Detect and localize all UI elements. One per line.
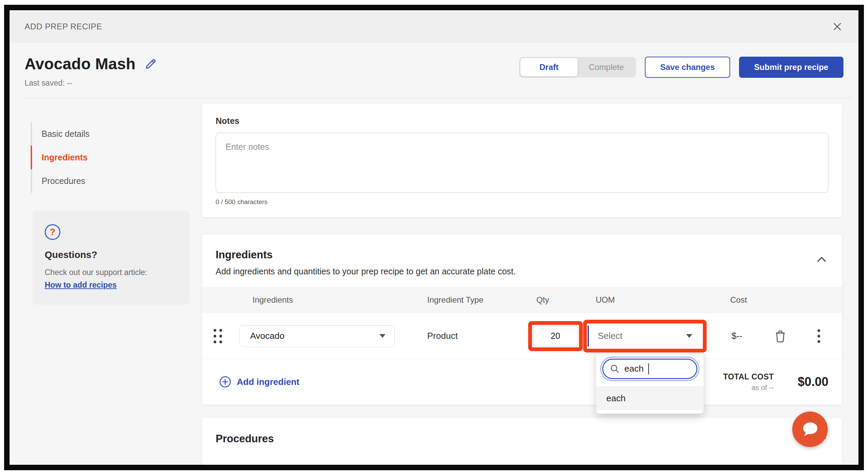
column-header-uom: UOM	[588, 295, 727, 305]
ingredients-card-footer: Add ingredient TOTAL COST as of -- $0.00	[202, 359, 842, 405]
collapse-section-button[interactable]	[816, 256, 827, 264]
row-cost-value: $--	[727, 331, 765, 341]
help-article-link[interactable]: How to add recipes	[45, 280, 117, 290]
notes-input[interactable]	[216, 133, 828, 193]
total-cost-block: TOTAL COST as of -- $0.00	[723, 372, 828, 392]
trash-icon	[774, 329, 786, 343]
help-title: Questions?	[45, 249, 177, 260]
recipe-title-block: Avocado Mash Last saved: --	[25, 55, 157, 88]
chevron-up-icon	[816, 256, 827, 263]
notes-label: Notes	[216, 116, 828, 126]
question-circle-icon: ?	[45, 224, 60, 240]
help-card: ? Questions? Check out our support artic…	[32, 211, 189, 305]
sidebar: Basic details Ingredients Procedures ? Q…	[25, 98, 202, 465]
total-cost-amount: $0.00	[798, 375, 828, 389]
ingredient-select[interactable]: Avocado	[240, 325, 395, 347]
plus-circle-icon	[219, 376, 231, 388]
close-button[interactable]	[830, 19, 845, 34]
search-icon	[610, 364, 620, 374]
sidebar-item-procedures[interactable]: Procedures	[31, 169, 202, 193]
pencil-icon	[144, 57, 157, 71]
dropdown-footer	[596, 410, 704, 414]
content-area: Basic details Ingredients Procedures ? Q…	[10, 98, 858, 465]
ingredients-card: Ingredients Add ingredients and quantiti…	[202, 234, 842, 405]
uom-select-placeholder: Select	[598, 331, 622, 341]
notes-character-counter: 0 / 500 characters	[216, 198, 828, 206]
ingredient-type-value: Product	[403, 331, 523, 341]
text-cursor	[648, 363, 649, 374]
delete-row-button[interactable]	[765, 329, 796, 343]
submit-prep-recipe-button[interactable]: Submit prep recipe	[739, 57, 843, 78]
ingredient-table-row: Avocado Product	[202, 313, 842, 359]
column-header-ingredient-type: Ingredient Type	[403, 295, 523, 305]
section-nav: Basic details Ingredients Procedures	[31, 122, 202, 193]
main-column: Notes 0 / 500 characters Ingredients Add…	[202, 104, 842, 465]
sidebar-item-basic-details[interactable]: Basic details	[31, 122, 202, 146]
total-cost-as-of: as of --	[723, 384, 774, 392]
sidebar-item-ingredients[interactable]: Ingredients	[31, 146, 202, 169]
ingredient-select-value: Avocado	[250, 331, 285, 341]
procedures-card: Procedures	[202, 418, 842, 465]
column-header-ingredients: Ingredients	[240, 295, 403, 305]
drag-handle[interactable]	[214, 329, 222, 343]
chat-widget-button[interactable]	[792, 412, 828, 447]
recipe-name: Avocado Mash	[25, 55, 135, 73]
save-changes-button[interactable]: Save changes	[645, 57, 730, 78]
ingredients-title: Ingredients	[216, 249, 516, 261]
header-actions: Draft Complete Save changes Submit prep …	[519, 57, 843, 78]
column-header-qty: Qty	[523, 295, 588, 305]
status-toggle: Draft Complete	[519, 57, 636, 77]
ingredients-card-header: Ingredients Add ingredients and quantiti…	[202, 234, 842, 287]
chevron-down-icon	[686, 334, 692, 338]
uom-select[interactable]: Select	[588, 326, 700, 347]
chevron-down-icon	[379, 334, 386, 338]
edit-recipe-name-button[interactable]	[144, 57, 157, 72]
column-header-cost: Cost	[727, 295, 765, 305]
total-cost-label: TOTAL COST	[723, 372, 774, 382]
uom-option-each[interactable]: each	[596, 387, 704, 410]
last-saved-text: Last saved: --	[25, 78, 157, 88]
ingredients-table-header: Ingredients Ingredient Type Qty UOM Cost	[202, 287, 842, 313]
close-icon	[831, 21, 843, 32]
title-section: Avocado Mash Last saved: -- Draft Comple…	[10, 43, 858, 88]
status-toggle-draft[interactable]: Draft	[520, 58, 578, 76]
qty-input[interactable]	[533, 326, 578, 347]
modal-title: ADD PREP RECIPE	[25, 22, 102, 31]
uom-search-input[interactable]: each	[602, 359, 697, 379]
procedures-title: Procedures	[216, 433, 274, 445]
help-text: Check out our support article:	[45, 268, 177, 277]
chat-bubble-icon	[800, 419, 820, 439]
add-ingredient-label: Add ingredient	[237, 377, 299, 387]
status-toggle-complete[interactable]: Complete	[578, 58, 635, 76]
notes-card: Notes 0 / 500 characters	[202, 104, 842, 217]
ingredients-subtitle: Add ingredients and quantities to your p…	[216, 267, 516, 276]
screenshot-stage: ADD PREP RECIPE Avocado Mash	[0, 0, 868, 475]
modal-header: ADD PREP RECIPE	[10, 10, 858, 43]
row-more-options-button[interactable]	[818, 329, 820, 343]
uom-dropdown-panel: each each	[596, 350, 704, 414]
add-ingredient-button[interactable]: Add ingredient	[219, 376, 299, 388]
uom-search-value: each	[624, 363, 643, 374]
modal-frame: ADD PREP RECIPE Avocado Mash	[4, 5, 864, 470]
